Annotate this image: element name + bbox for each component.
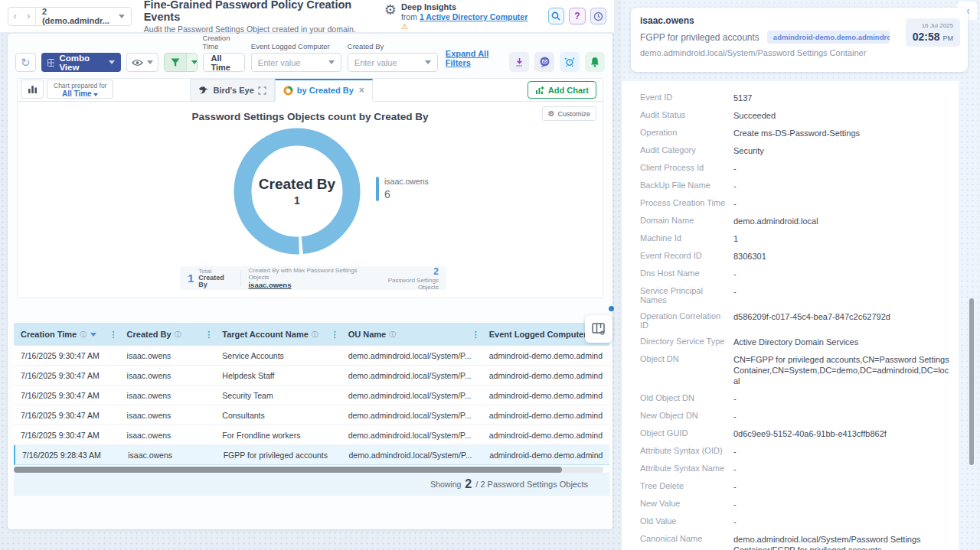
sort-icon[interactable] [90, 333, 96, 337]
creation-time-filter-button[interactable]: All Time [203, 53, 245, 72]
table-row[interactable]: 7/16/2025 9:30:47 AMisaac.owensService A… [14, 346, 609, 366]
detail-field-label: Domain Name [640, 216, 733, 226]
search-button[interactable] [548, 8, 564, 24]
detail-field-label: Directory Service Type [640, 337, 733, 347]
download-button[interactable] [509, 52, 529, 72]
event-object-path: demo.admindroid.local/System/Password Se… [640, 48, 959, 57]
detail-field-value: 8306301 [733, 251, 951, 262]
nav-back-button[interactable]: ‹ [8, 11, 21, 21]
detail-field-label: Machine Id [640, 233, 733, 244]
select-placeholder: Enter value [354, 58, 397, 67]
close-tab-icon[interactable]: × [359, 85, 364, 96]
column-menu-icon[interactable]: ⋮ [331, 330, 339, 340]
column-menu-icon[interactable]: ⋮ [204, 330, 213, 340]
event-detail-header-card: isaac.owens FGPP for privileged accounts… [631, 8, 968, 72]
chart-legend[interactable]: isaac.owens 6 [376, 177, 429, 201]
expand-all-filters-link[interactable]: Expand All Filters [446, 49, 506, 67]
vertical-scrollbar-thumb[interactable] [969, 298, 974, 465]
detail-field-row: Old Object DN- [640, 389, 951, 407]
created-by-select[interactable]: Enter value [348, 53, 438, 72]
toolbar-actions [509, 52, 605, 72]
table-cell: demo.admindroid.local/System/P... [341, 411, 482, 420]
warning-icon: ⚠ [401, 22, 408, 31]
detail-field-row: Object GUID0d6c9ee9-5152-40a6-91bb-e413c… [640, 425, 951, 442]
table-row[interactable]: 7/16/2025 9:30:47 AMisaac.owensHelpdesk … [14, 366, 609, 386]
detail-field-row: Domain Namedemo.admindroid.local [640, 212, 951, 229]
detail-field-row: Canonical Namedemo.admindroid.local/Syst… [640, 530, 951, 550]
history-button[interactable] [590, 8, 606, 24]
bird-icon [198, 86, 209, 95]
table-row[interactable]: 7/16/2025 9:30:47 AMisaac.owensConsultan… [14, 405, 609, 425]
customize-button[interactable]: ⚙ Customize [542, 106, 596, 121]
detail-field-label: New Object DN [640, 411, 733, 421]
report-navigator: ‹ › 2 (demo.admindr... [8, 7, 132, 26]
column-menu-icon[interactable]: ⋮ [472, 330, 480, 340]
column-settings-button[interactable]: ⚙ [585, 315, 612, 343]
eye-icon [132, 59, 143, 67]
detail-field-label: Dns Host Name [640, 268, 733, 279]
horizontal-scrollbar[interactable] [14, 467, 603, 473]
summary-max-value-link[interactable]: isaac.owens [248, 281, 371, 289]
visibility-button[interactable] [126, 53, 158, 72]
chart-prepared-for-button[interactable]: Chart prepared for All Time [47, 80, 113, 99]
detail-field-row: Process Creation Time- [640, 194, 951, 212]
report-selector-dropdown[interactable]: 2 (demo.admindr... [35, 8, 131, 25]
nav-forward-button[interactable]: › [21, 11, 34, 21]
detail-field-label: New Value [640, 499, 733, 509]
event-detail-panel: × isaac.owens FGPP for privileged accoun… [622, 0, 980, 550]
table-cell: demo.admindroid.local/System/P... [342, 451, 483, 460]
help-button[interactable]: ? [569, 8, 585, 24]
detail-field-label: Old Value [640, 516, 733, 527]
detail-field-value: - [733, 198, 951, 209]
main-region: ‹ › 2 (demo.admindr... Fine-Grained Pass… [0, 0, 614, 550]
summary-max-label: Created By with Max Password Settings Ob… [248, 267, 371, 281]
column-settings-icon: ⚙ [592, 322, 606, 336]
chart-type-button[interactable] [21, 80, 44, 99]
detail-field-label: Attribute Syntax Name [640, 464, 733, 474]
filter-button[interactable] [164, 53, 198, 72]
active-directory-link[interactable]: 1 Active Directory Computer [420, 12, 528, 21]
horizontal-scrollbar-thumb[interactable] [14, 467, 562, 473]
info-icon: ⓘ [389, 330, 396, 340]
tab-by-created-by[interactable]: by Created By × [275, 79, 373, 102]
alerts-button[interactable] [585, 52, 605, 72]
showing-count: 2 [465, 477, 472, 491]
add-chart-button[interactable]: Add Chart [528, 81, 596, 99]
event-time: 02:58 PM [913, 31, 953, 43]
refresh-button[interactable]: ↻ [15, 53, 36, 72]
notification-dot [609, 306, 614, 311]
table-row[interactable]: 7/16/2025 9:30:47 AMisaac.owensSecurity … [14, 386, 609, 405]
column-header-target-account-name[interactable]: Target Account Nameⓘ⋮ [215, 323, 341, 346]
top-bar: ‹ › 2 (demo.admindr... Fine-Grained Pass… [0, 0, 614, 32]
table-body: 7/16/2025 9:30:47 AMisaac.owensService A… [14, 346, 609, 465]
combo-view-button[interactable]: Combo View [41, 53, 121, 72]
donut-chart[interactable]: Created By 1 [232, 126, 362, 256]
column-header-ou-name[interactable]: OU Nameⓘ⋮ [341, 323, 482, 346]
table-cell: 7/16/2025 9:30:47 AM [14, 391, 120, 400]
schedule-button[interactable] [560, 52, 580, 72]
event-logged-computer-select[interactable]: Enter value [251, 53, 341, 72]
detail-field-row: Attribute Syntax Name- [640, 460, 951, 477]
table-row[interactable]: 7/16/2025 9:28:43 AMisaac.owensFGPP for … [14, 445, 609, 465]
donut-center: Created By 1 [232, 126, 362, 256]
select-placeholder: Enter value [258, 58, 301, 67]
column-header-created-by[interactable]: Created Byⓘ⋮ [120, 323, 216, 346]
table-cell: admindroid-demo.demo.admind [482, 411, 609, 420]
column-menu-icon[interactable]: ⋮ [109, 330, 118, 340]
detail-field-label: Event Record ID [640, 251, 733, 262]
table-cell: demo.admindroid.local/System/P... [341, 431, 482, 440]
detail-field-row: New Object DN- [640, 407, 951, 425]
tab-birds-eye[interactable]: Bird's Eye [190, 79, 274, 101]
table-cell: 7/16/2025 9:30:47 AM [14, 351, 120, 360]
detail-field-value: demo.admindroid.local [733, 216, 951, 226]
table-cell: Service Accounts [215, 351, 341, 360]
chart-title: Password Settings Objects count by Creat… [18, 111, 603, 122]
clock-icon [593, 11, 603, 21]
table-row[interactable]: 7/16/2025 9:30:47 AMisaac.owensFor Frond… [14, 425, 609, 445]
feedback-button[interactable] [534, 52, 554, 72]
table-cell: demo.admindroid.local/System/P... [341, 371, 482, 380]
deep-insights: ⚙ Deep Insights from 1 Active Directory … [384, 2, 533, 31]
detail-field-row: Service Principal Names- [640, 282, 951, 308]
detail-field-value: Security [733, 145, 951, 156]
column-header-creation-time[interactable]: Creation Timeⓘ⋮ [14, 323, 120, 346]
